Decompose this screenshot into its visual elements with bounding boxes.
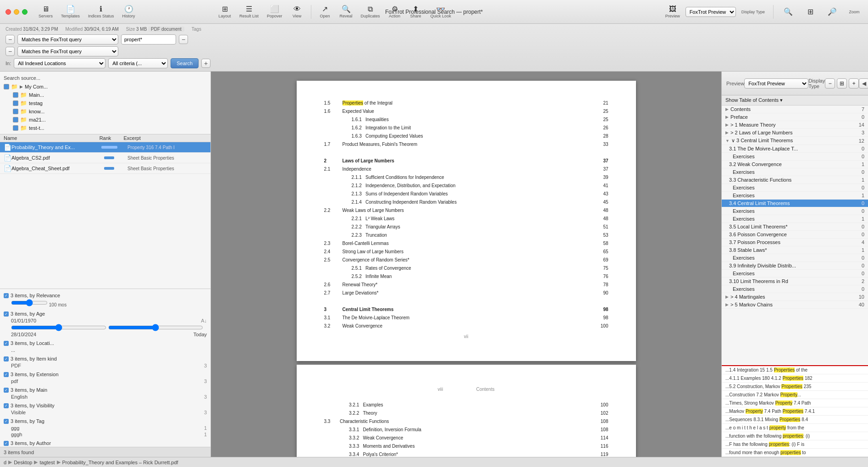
foxtrot-preview-select[interactable]: FoxTrot Preview (686, 7, 736, 17)
toc-item-3-8-ex[interactable]: Exercises 0 (722, 254, 868, 262)
tree-item-testag[interactable]: 📁 testag (0, 99, 210, 107)
add-criteria-button[interactable]: + (201, 59, 210, 68)
open-button[interactable]: ↗ Open (315, 4, 335, 20)
bc-part-filename[interactable]: Probability_Theory and Examples – Rick D… (62, 460, 178, 465)
search-query-input[interactable] (121, 34, 176, 44)
toc-item-3-2-ex[interactable]: Exercises 0 (722, 168, 868, 176)
toc-item-ch3[interactable]: ▼ ∨ 3 Central Limit Theorems 12 (722, 137, 868, 145)
toc-item-ch4[interactable]: ▶ > 4 Martingales 10 (722, 293, 868, 301)
excerpt-item-3[interactable]: ...5.2 Construction, Markov Properties 2… (722, 383, 868, 391)
remove-criteria-button[interactable]: − (6, 35, 15, 44)
search-button[interactable]: Search (171, 58, 199, 68)
toc-item-3-1-ex[interactable]: Exercises 0 (722, 153, 868, 161)
pdf-viewer[interactable]: 1.5Properties of the Integral21 1.6Expec… (211, 72, 721, 457)
toc-item-3-1[interactable]: 3.1 The De Moivre-Laplace T... 0 (722, 145, 868, 153)
toc-item-ch2[interactable]: ▶ > 2 Laws of Large Numbers 3 (722, 129, 868, 137)
remove-criteria-button-3[interactable]: − (6, 47, 15, 56)
toc-item-3-6[interactable]: 3.6 Poisson Convergence 0 (722, 231, 868, 239)
indices-status-button[interactable]: ℹ Indices Status (84, 4, 118, 20)
result-row-algebra-cs2[interactable]: 📄 Algebra_CS2.pdf Sheet Basic Properties (0, 153, 210, 163)
popover-button[interactable]: ⬜ Popover (263, 4, 286, 20)
age-slider-end[interactable] (108, 324, 204, 331)
toc-item-3-9-ex[interactable]: Exercises 0 (722, 270, 868, 278)
zoom-out-button[interactable]: 🔍 (778, 6, 798, 17)
filter-check-item-kind (4, 356, 9, 361)
display-type-button[interactable]: Display Type (738, 8, 768, 16)
layout-button[interactable]: ⊞ Layout (215, 4, 235, 20)
toc-item-ch1[interactable]: ▶ > 1 Measure Theory 14 (722, 121, 868, 129)
excerpt-item-7[interactable]: ...Sequences 8.3.1 Mixing Properties 8.4 (722, 416, 868, 424)
folder-icon-testag: 📁 (20, 100, 27, 106)
toc-item-ch5[interactable]: ▶ > 5 Markov Chains 40 (722, 301, 868, 309)
reveal-button[interactable]: 🔍 Reveal (336, 4, 356, 20)
content-area: Search source... 📁 ▶ My Com... 📁 Main...… (0, 72, 868, 457)
query-type-select[interactable]: Matches the FoxTrot query (17, 34, 118, 44)
criteria-type-select[interactable]: Matches the FoxTrot query (17, 46, 118, 56)
servers-button[interactable]: 🖥 Servers (35, 4, 56, 20)
excerpt-item-11[interactable]: ...found more than enough properties to (722, 449, 868, 457)
zoom-fit-btn-right[interactable]: ⊞ (837, 78, 847, 89)
remove-criteria-button-2[interactable]: − (179, 35, 188, 44)
minimize-button[interactable] (14, 9, 19, 15)
excerpt-item-5[interactable]: ...Times, Strong Markov Property 7.4 Pat… (722, 399, 868, 407)
quick-look-button[interactable]: 👓 Quick Look (427, 4, 455, 20)
foxtrot-preview-type-select[interactable]: FoxTrot Preview (744, 78, 808, 89)
excerpt-item-10[interactable]: ...F has the following properties: (i) F… (722, 440, 868, 449)
filter-visibility: 3 items, by Visibility Visible 3 (0, 401, 210, 417)
excerpt-item-9[interactable]: ...function with the following propertie… (722, 432, 868, 440)
tree-check-testag (13, 100, 18, 106)
templates-button[interactable]: 📄 Templates (57, 4, 83, 20)
tree-item-ma21[interactable]: 📁 ma21... (0, 116, 210, 124)
toc-item-3-5[interactable]: 3.5 Local Limit Theorems* 0 (722, 223, 868, 231)
all-criteria-select[interactable]: All criteria (... (108, 58, 168, 68)
toc-item-3-9[interactable]: 3.9 Infinitely Divisible Distrib... 0 (722, 262, 868, 270)
toc-item-3-10[interactable]: 3.10 Limit Theorems in Rd 2 (722, 278, 868, 285)
toc-item-preface[interactable]: ▶ Preface 0 (722, 113, 868, 121)
toc-item-3-3-ex1[interactable]: Exercises 0 (722, 184, 868, 192)
preview-button[interactable]: 🖼 Preview (662, 4, 684, 20)
toc-item-3-4-ex2[interactable]: Exercises 1 (722, 215, 868, 223)
toc-item-3-3[interactable]: 3.3 Characteristic Functions 1 (722, 176, 868, 184)
history-button[interactable]: 🕐 History (119, 4, 139, 20)
prev-page-btn[interactable]: ◀ (859, 78, 868, 89)
toc-item-3-8[interactable]: 3.8 Stable Laws* 1 (722, 246, 868, 254)
excerpt-item-1[interactable]: ...1.4 Integration 15 1.5 Properties of … (722, 366, 868, 374)
excerpt-item-4[interactable]: ...Construction 7.2 Markov Property... (722, 391, 868, 399)
page-nav: ◀ 1/174 ▶ (859, 78, 868, 89)
tree-item-know[interactable]: 📁 know... (0, 107, 210, 116)
bc-part-d[interactable]: d (4, 460, 6, 465)
zoom-in-button[interactable]: 🔎 (822, 6, 842, 17)
relevance-slider[interactable] (11, 299, 48, 306)
excerpt-item-8[interactable]: ...e o m i t t h e l a s t property from… (722, 424, 868, 432)
bc-part-desktop[interactable]: Desktop (14, 460, 32, 465)
toc-item-3-4[interactable]: 3.4 Central Limit Theorems 0 (722, 200, 868, 207)
toc-header[interactable]: Show Table of Contents ▾ (722, 95, 868, 106)
tree-item-test-t[interactable]: 📁 test-t... (0, 124, 210, 132)
excerpt-item-6[interactable]: ...Markov Property 7.4 Path Properties 7… (722, 407, 868, 416)
bc-part-tagtest[interactable]: tagtest (39, 460, 55, 465)
age-slider-start[interactable] (11, 324, 106, 331)
toc-item-3-7[interactable]: 3.7 Poisson Processes 4 (722, 239, 868, 246)
source-header[interactable]: Search source... (0, 73, 210, 83)
share-button[interactable]: ⬆ Share (406, 4, 426, 20)
close-button[interactable] (6, 9, 11, 15)
action-button[interactable]: ⚙ Action (385, 4, 405, 20)
fullscreen-button[interactable] (22, 9, 28, 15)
toc-item-contents[interactable]: ▶ Contents 7 (722, 106, 868, 113)
toc-item-3-4-ex1[interactable]: Exercises 0 (722, 207, 868, 215)
toc-item-3-10-ex[interactable]: Exercises 0 (722, 285, 868, 293)
toc-item-3-3-ex2[interactable]: Exercises 1 (722, 192, 868, 200)
zoom-in-btn-right[interactable]: + (849, 78, 859, 89)
result-list-button[interactable]: ☰ Result List (236, 4, 262, 20)
tree-item-main[interactable]: 📁 Main... (0, 91, 210, 99)
excerpt-item-2[interactable]: ...4.1.1 Examples 180 4.1.2 Properties 1… (722, 374, 868, 383)
zoom-out-btn-right[interactable]: − (825, 78, 835, 89)
zoom-fit-button[interactable]: ⊞ (800, 6, 820, 17)
result-row-probability[interactable]: 📄 Probability_Theory and Ex... Property … (0, 142, 210, 153)
view-button[interactable]: 👁 View (287, 4, 307, 20)
location-select[interactable]: All Indexed Locations (14, 58, 105, 68)
duplicates-button[interactable]: ⧉ Duplicates (357, 4, 384, 20)
toc-item-3-2[interactable]: 3.2 Weak Convergence 1 (722, 161, 868, 168)
result-row-algebra-cheat[interactable]: 📄 Algebra_Cheat_Sheet.pdf Sheet Basic Pr… (0, 163, 210, 174)
tree-item-mycom[interactable]: 📁 ▶ My Com... (0, 83, 210, 91)
